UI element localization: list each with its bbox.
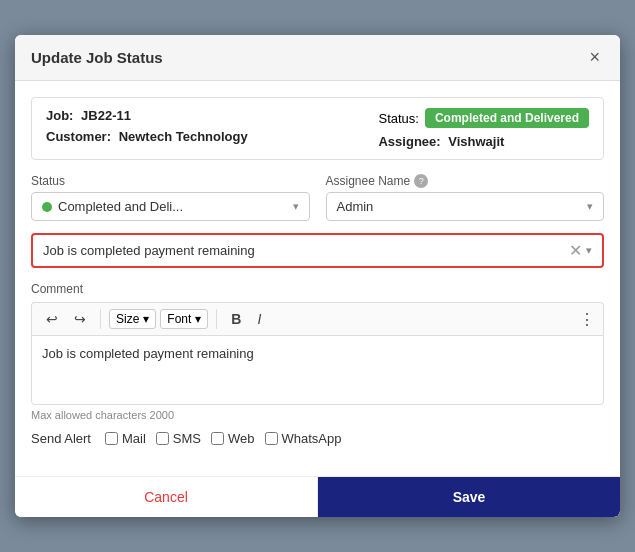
notes-clear: ✕ ▾ [569, 241, 592, 260]
assignee-chevron-icon: ▾ [587, 200, 593, 213]
toolbar-divider-1 [100, 309, 101, 329]
info-box: Job: JB22-11 Customer: Newtech Technolog… [31, 97, 604, 160]
italic-button[interactable]: I [251, 308, 267, 330]
job-label: Job: [46, 108, 73, 123]
save-button[interactable]: Save [318, 477, 620, 517]
assignee-value: Vishwajit [448, 134, 504, 149]
assignee-form-label: Assignee Name ? [326, 174, 605, 188]
notes-input[interactable] [43, 243, 569, 258]
job-value: JB22-11 [81, 108, 131, 123]
mail-checkbox-item: Mail [105, 431, 146, 446]
mail-label[interactable]: Mail [122, 431, 146, 446]
sms-checkbox-item: SMS [156, 431, 201, 446]
whatsapp-checkbox-item: WhatsApp [265, 431, 342, 446]
status-label: Status: [378, 111, 418, 126]
font-chevron-icon: ▾ [195, 312, 201, 326]
modal: Update Job Status × Job: JB22-11 Custome… [15, 35, 620, 517]
job-info: Job: JB22-11 [46, 108, 248, 123]
status-select[interactable]: Completed and Deli... ▾ [31, 192, 310, 221]
size-chevron-icon: ▾ [143, 312, 149, 326]
status-dot [42, 202, 52, 212]
help-icon[interactable]: ? [414, 174, 428, 188]
web-checkbox[interactable] [211, 432, 224, 445]
mail-checkbox[interactable] [105, 432, 118, 445]
sms-checkbox[interactable] [156, 432, 169, 445]
status-chevron-icon: ▾ [293, 200, 299, 213]
assignee-info: Assignee: Vishwajit [378, 134, 589, 149]
customer-label: Customer: [46, 129, 111, 144]
size-select[interactable]: Size ▾ [109, 309, 156, 329]
clear-icon[interactable]: ✕ [569, 241, 582, 260]
customer-info: Customer: Newtech Technology [46, 129, 248, 144]
close-button[interactable]: × [585, 47, 604, 68]
notes-chevron-icon: ▾ [586, 244, 592, 257]
status-form-label: Status [31, 174, 310, 188]
status-select-text: Completed and Deli... [58, 199, 293, 214]
form-row-status-assignee: Status Completed and Deli... ▾ Assignee … [31, 174, 604, 221]
send-alert-label: Send Alert [31, 431, 91, 446]
max-chars-text: Max allowed characters 2000 [31, 409, 604, 421]
comment-toolbar: ↩ ↪ Size ▾ Font ▾ B I ⋮ [31, 302, 604, 335]
undo-button[interactable]: ↩ [40, 308, 64, 330]
modal-header: Update Job Status × [15, 35, 620, 81]
info-left: Job: JB22-11 Customer: Newtech Technolog… [46, 108, 248, 144]
customer-value: Newtech Technology [119, 129, 248, 144]
status-badge: Completed and Delivered [425, 108, 589, 128]
notes-input-wrapper: ✕ ▾ [31, 233, 604, 268]
redo-button[interactable]: ↪ [68, 308, 92, 330]
more-options-button[interactable]: ⋮ [579, 310, 595, 329]
font-select[interactable]: Font ▾ [160, 309, 208, 329]
bold-button[interactable]: B [225, 308, 247, 330]
modal-body: Job: JB22-11 Customer: Newtech Technolog… [15, 81, 620, 476]
status-group: Status Completed and Deli... ▾ [31, 174, 310, 221]
comment-label: Comment [31, 282, 604, 296]
modal-footer: Cancel Save [15, 476, 620, 517]
status-info: Status: Completed and Delivered [378, 108, 589, 128]
assignee-group: Assignee Name ? Admin ▾ [326, 174, 605, 221]
whatsapp-label[interactable]: WhatsApp [282, 431, 342, 446]
whatsapp-checkbox[interactable] [265, 432, 278, 445]
send-alert-row: Send Alert Mail SMS Web WhatsApp [31, 431, 604, 446]
web-label[interactable]: Web [228, 431, 255, 446]
info-right: Status: Completed and Delivered Assignee… [378, 108, 589, 149]
assignee-select[interactable]: Admin ▾ [326, 192, 605, 221]
modal-title: Update Job Status [31, 49, 163, 66]
toolbar-divider-2 [216, 309, 217, 329]
assignee-select-text: Admin [337, 199, 588, 214]
comment-box[interactable]: Job is completed payment remaining [31, 335, 604, 405]
web-checkbox-item: Web [211, 431, 255, 446]
cancel-button[interactable]: Cancel [15, 477, 318, 517]
assignee-label: Assignee: [378, 134, 440, 149]
sms-label[interactable]: SMS [173, 431, 201, 446]
